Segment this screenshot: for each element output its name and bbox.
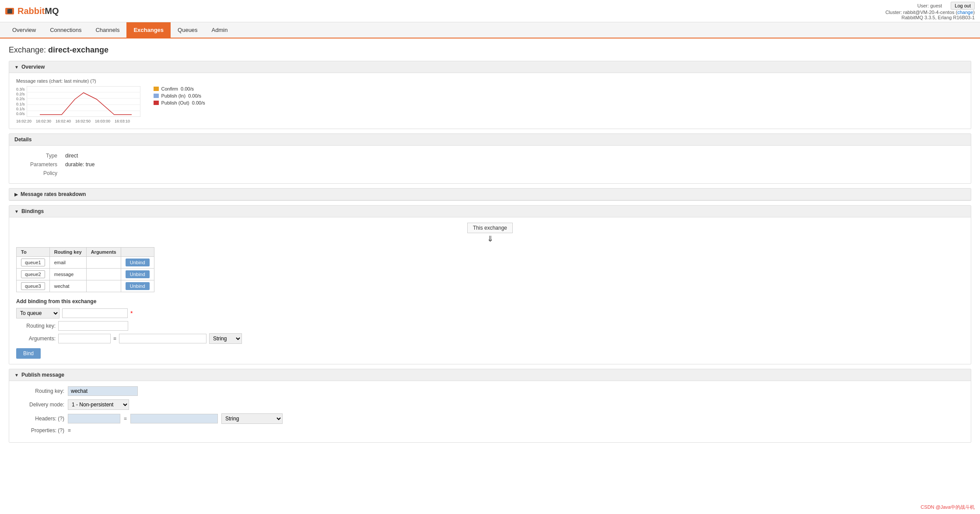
logo-text: RabbitMQ: [18, 6, 59, 16]
bind-button[interactable]: Bind: [16, 348, 41, 359]
pub-properties-row: Properties: (?) =: [16, 427, 964, 434]
message-rates-header[interactable]: ▶ Message rates breakdown: [9, 189, 971, 200]
queue-cell-2: queue2: [17, 269, 50, 280]
legend-publish-out-dot: [154, 101, 159, 105]
add-binding-section: Add binding from this exchange To queue …: [16, 298, 964, 359]
arguments-type-select[interactable]: String Integer Boolean: [209, 333, 242, 344]
nav-queues[interactable]: Queues: [171, 22, 205, 38]
bindings-body: This exchange ⇓ To Routing key Arguments…: [9, 217, 971, 364]
col-to: To: [17, 248, 50, 257]
nav-channels[interactable]: Channels: [88, 22, 126, 38]
bindings-section: ▼ Bindings This exchange ⇓ To Routing ke…: [9, 205, 971, 364]
overview-collapse-icon: ▼: [14, 65, 19, 70]
details-params-label: Parameters: [17, 161, 61, 168]
properties-equals: =: [68, 427, 71, 434]
content: Exchange: direct-exchange ▼ Overview Mes…: [0, 38, 980, 454]
details-header[interactable]: Details: [9, 134, 971, 146]
add-binding-title: Add binding from this exchange: [16, 298, 964, 304]
unbind-button-3[interactable]: Unbind: [126, 282, 150, 290]
pub-properties-label: Properties: (?): [16, 427, 64, 434]
legend-publish-in-dot: [154, 94, 159, 98]
user-label: User: guest: [917, 3, 942, 8]
msg-rates-collapse-icon: ▶: [14, 192, 18, 197]
pub-routing-key-row: Routing key:: [16, 386, 964, 396]
arguments-cell-3: [86, 280, 121, 292]
unbind-cell-3: Unbind: [121, 280, 154, 292]
queue2-button[interactable]: queue2: [21, 270, 45, 278]
routing-key-cell-2: message: [49, 269, 86, 280]
version-label: RabbitMQ 3.3.5, Erlang R16B03-1: [901, 15, 975, 20]
col-arguments: Arguments: [86, 248, 121, 257]
pub-delivery-mode-select[interactable]: 1 - Non-persistent 2 - Persistent: [68, 399, 129, 410]
overview-header[interactable]: ▼ Overview: [9, 61, 971, 73]
user-info: User: guest Log out Cluster: rabbit@VM-2…: [886, 2, 975, 20]
queue3-button[interactable]: queue3: [21, 282, 45, 290]
publish-header[interactable]: ▼ Publish message: [9, 369, 971, 381]
table-row: queue1 email Unbind: [17, 257, 154, 269]
routing-key-label: Routing key:: [16, 323, 56, 329]
nav-admin[interactable]: Admin: [205, 22, 235, 38]
bindings-collapse-icon: ▼: [14, 209, 19, 214]
unbind-button-2[interactable]: Unbind: [126, 270, 150, 278]
bindings-table-body: queue1 email Unbind queue2 message Unbin…: [17, 257, 154, 292]
to-queue-select[interactable]: To queue To exchange: [16, 308, 60, 318]
chart-row: 0.3/s 0.2/s 0.2/s 0.1/s 0.1/s 0.0/s: [16, 86, 140, 118]
top-bar: ⬛ RabbitMQ User: guest Log out Cluster: …: [0, 0, 980, 22]
routing-key-row: Routing key:: [16, 321, 964, 331]
chart-svg: [27, 86, 140, 117]
arguments-label: Arguments:: [16, 336, 56, 342]
legend-confirm: Confirm 0.00/s: [154, 86, 205, 91]
svg-rect-0: [27, 86, 140, 117]
bindings-table: To Routing key Arguments queue1 email Un…: [16, 247, 154, 292]
bindings-header[interactable]: ▼ Bindings: [9, 206, 971, 217]
required-asterisk: *: [130, 310, 133, 317]
routing-key-input[interactable]: [58, 321, 128, 331]
pub-routing-key-label: Routing key:: [16, 388, 64, 394]
message-rates-section: ▶ Message rates breakdown: [9, 188, 971, 201]
details-policy-value: [62, 169, 963, 177]
queue1-button[interactable]: queue1: [21, 259, 45, 266]
exchange-box: This exchange: [467, 223, 513, 233]
nav-connections[interactable]: Connections: [43, 22, 88, 38]
pub-routing-key-input[interactable]: [68, 386, 138, 396]
page-title: Exchange: direct-exchange: [9, 45, 971, 55]
logo-box: ⬛: [5, 8, 14, 14]
change-link[interactable]: change: [957, 10, 973, 15]
to-queue-input[interactable]: [62, 308, 128, 318]
bindings-visual: This exchange ⇓: [16, 223, 964, 243]
unbind-button-1[interactable]: Unbind: [126, 259, 150, 266]
bindings-arrow-down: ⇓: [487, 235, 494, 243]
headers-equals: =: [124, 416, 127, 422]
logo-area: ⬛ RabbitMQ: [5, 6, 59, 16]
pub-headers-label: Headers: (?): [16, 416, 64, 422]
chart-container: 0.3/s 0.2/s 0.2/s 0.1/s 0.1/s 0.0/s: [16, 86, 964, 123]
nav-exchanges[interactable]: Exchanges: [126, 22, 171, 38]
details-row-type: Type direct: [17, 152, 963, 160]
chart-with-labels: 0.3/s 0.2/s 0.2/s 0.1/s 0.1/s 0.0/s: [16, 86, 140, 123]
details-body: Type direct Parameters durable: true Pol…: [9, 146, 971, 183]
overview-section: ▼ Overview Message rates (chart: last mi…: [9, 61, 971, 129]
logout-button[interactable]: Log out: [951, 2, 975, 10]
chart-legend: Confirm 0.00/s Publish (In) 0.00/s Publi…: [154, 86, 205, 107]
unbind-cell-2: Unbind: [121, 269, 154, 280]
routing-key-cell-3: wechat: [49, 280, 86, 292]
details-type-label: Type: [17, 152, 61, 160]
routing-key-cell-1: email: [49, 257, 86, 269]
chart-x-labels: 16:02:20 16:02:30 16:02:40 16:02:50 16:0…: [16, 119, 130, 123]
publish-collapse-icon: ▼: [14, 373, 19, 378]
arguments-value-input[interactable]: [119, 334, 206, 343]
pub-delivery-mode-label: Delivery mode:: [16, 402, 64, 408]
nav-overview[interactable]: Overview: [5, 22, 43, 38]
pub-headers-key-input[interactable]: [68, 414, 120, 423]
cluster-label: Cluster: rabbit@VM-20-4-centos (change): [886, 10, 975, 15]
pub-headers-value-input[interactable]: [130, 414, 218, 423]
legend-publish-in: Publish (In) 0.00/s: [154, 93, 205, 98]
details-row-policy: Policy: [17, 169, 963, 177]
details-policy-label: Policy: [17, 169, 61, 177]
pub-headers-type-select[interactable]: String Integer: [221, 413, 283, 424]
arguments-row: Arguments: = String Integer Boolean: [16, 333, 964, 344]
chart-y-axis: 0.3/s 0.2/s 0.2/s 0.1/s 0.1/s 0.0/s: [16, 86, 25, 117]
table-row: queue3 wechat Unbind: [17, 280, 154, 292]
arguments-key-input[interactable]: [58, 334, 111, 343]
main-nav: Overview Connections Channels Exchanges …: [0, 22, 980, 38]
